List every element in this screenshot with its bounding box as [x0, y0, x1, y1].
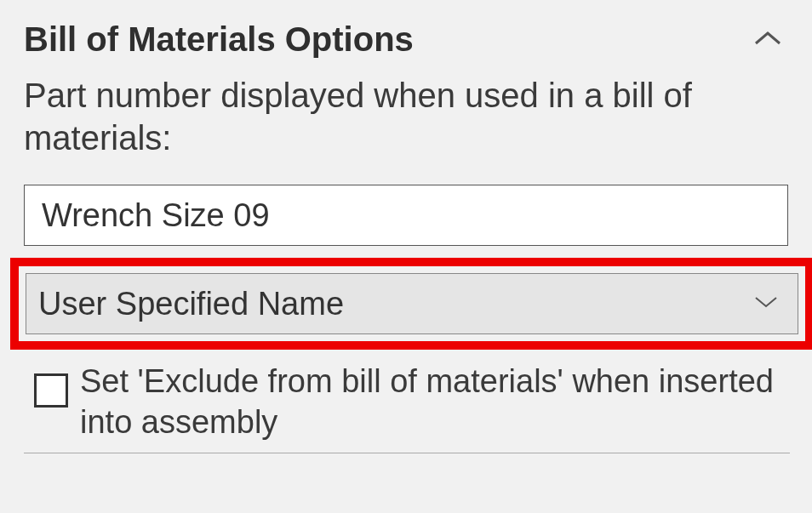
exclude-checkbox-label: Set 'Exclude from bill of materials' whe… — [80, 362, 778, 442]
section-header: Bill of Materials Options — [24, 20, 798, 59]
chevron-down-icon — [753, 294, 779, 313]
exclude-checkbox[interactable] — [34, 373, 68, 408]
exclude-checkbox-row: Set 'Exclude from bill of materials' whe… — [24, 362, 798, 442]
section-divider — [24, 453, 790, 453]
section-title: Bill of Materials Options — [24, 20, 414, 59]
dropdown-selected-label: User Specified Name — [38, 286, 344, 322]
collapse-toggle[interactable] — [747, 23, 788, 57]
highlighted-region: User Specified Name — [10, 258, 812, 350]
name-source-dropdown[interactable]: User Specified Name — [26, 273, 798, 334]
section-description: Part number displayed when used in a bil… — [24, 74, 739, 159]
chevron-up-icon — [752, 37, 783, 51]
part-number-input[interactable] — [24, 185, 788, 246]
